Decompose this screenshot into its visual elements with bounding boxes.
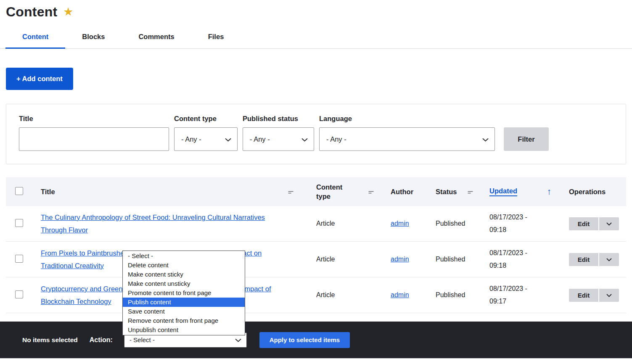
sort-ascending-icon[interactable]: ↑ [547,187,552,197]
content-type-filter-label: Content type [174,115,238,123]
tab-content[interactable]: Content [5,26,65,49]
tab-comments[interactable]: Comments [122,26,191,49]
header-status[interactable]: Status [436,188,457,196]
updated-cell: 08/17/2023 - 09:18 [489,211,544,236]
chevron-down-icon [482,135,489,143]
chevron-down-icon [225,135,231,143]
table-header-row: Title Content type Author Status Updated… [6,177,626,206]
title-filter-input[interactable] [19,127,169,151]
header-updated-sorted[interactable]: Updated [489,187,517,196]
language-select-value: - Any - [326,135,346,143]
header-content-type[interactable]: Content type [316,182,346,201]
edit-dropdown-toggle[interactable] [599,289,619,302]
edit-dropdown-toggle[interactable] [599,253,619,266]
content-type-cell: Article [316,256,335,263]
edit-button[interactable]: Edit [569,253,598,266]
tab-blocks[interactable]: Blocks [65,26,122,49]
header-author: Author [391,188,413,195]
apply-to-selected-button[interactable]: Apply to selected items [259,332,350,348]
dropdown-option-save-content[interactable]: Save content [123,307,245,316]
dropdown-option-promote-content[interactable]: Promote content to front page [123,288,245,298]
edit-dropdown-toggle[interactable] [599,217,619,230]
dropdown-option-publish-content[interactable]: Publish content [123,298,245,307]
dropdown-option-unpublish-content[interactable]: Unpublish content [123,325,245,335]
tab-files[interactable]: Files [191,26,241,49]
header-title[interactable]: Title [41,188,55,196]
language-filter-field: Language - Any - [319,115,495,151]
table-row: The Culinary Anthropology of Street Food… [6,206,626,242]
filter-panel: Title Content type - Any - Published sta… [6,104,626,164]
bottom-divider [0,358,632,359]
content-type-cell: Article [316,220,335,227]
chevron-down-icon [606,256,612,263]
published-status-filter-label: Published status [243,115,314,123]
chevron-down-icon [606,221,612,227]
dropdown-option-select[interactable]: - Select - [123,251,245,261]
primary-tabs: Content Blocks Comments Files [0,26,632,49]
sort-icon[interactable] [368,188,374,196]
table-row: From Pixels to Paintbrushes: The Digital… [6,242,626,277]
title-filter-field: Title [19,115,169,151]
content-type-cell: Article [316,291,335,298]
operations-group: Edit [569,289,626,302]
content-type-filter-field: Content type - Any - [174,115,238,151]
published-status-filter-field: Published status - Any - [243,115,314,151]
published-status-select[interactable]: - Any - [243,127,314,151]
content-table: Title Content type Author Status Updated… [6,177,626,313]
selection-status-text: No items selected [22,336,78,344]
language-filter-label: Language [319,115,495,123]
action-label: Action: [90,336,113,344]
filter-button[interactable]: Filter [504,127,549,151]
language-select[interactable]: - Any - [319,127,495,151]
edit-button[interactable]: Edit [569,289,598,302]
row-checkbox[interactable] [15,290,23,298]
operations-group: Edit [569,217,626,230]
dropdown-option-delete-content[interactable]: Delete content [123,261,245,270]
bulk-actions-bar: No items selected Action: - Select - App… [0,322,632,358]
operations-group: Edit [569,253,626,266]
sort-icon[interactable] [468,188,473,196]
dropdown-option-make-content-unsticky[interactable]: Make content unsticky [123,279,245,288]
dropdown-option-remove-content[interactable]: Remove content from front page [123,316,245,325]
bulk-action-open-listbox: - Select - Delete content Make content s… [122,251,245,335]
page-title: Content [6,4,57,20]
add-content-button[interactable]: + Add content [6,68,73,90]
author-link[interactable]: admin [391,220,409,227]
content-title-link[interactable]: The Culinary Anthropology of Street Food… [41,211,280,236]
bulk-action-select-value: - Select - [130,336,155,343]
updated-cell: 08/17/2023 - 09:18 [489,247,544,272]
row-checkbox[interactable] [15,255,23,263]
chevron-down-icon [235,336,241,343]
content-type-select[interactable]: - Any - [174,127,238,151]
updated-cell: 08/17/2023 - 09:17 [489,282,544,308]
status-cell: Published [436,220,465,227]
sort-icon[interactable] [288,188,294,196]
content-type-select-value: - Any - [181,135,201,143]
author-link[interactable]: admin [391,291,409,298]
header-operations: Operations [569,188,606,195]
page-header: Content ★ [0,0,632,20]
edit-button[interactable]: Edit [569,217,598,230]
title-filter-label: Title [19,115,169,123]
published-status-select-value: - Any - [250,135,270,143]
chevron-down-icon [606,292,612,298]
dropdown-option-make-content-sticky[interactable]: Make content sticky [123,270,245,279]
select-all-checkbox[interactable] [15,187,23,195]
table-row: Cryptocurrency and Green Energy: Examini… [6,277,626,313]
row-checkbox[interactable] [15,219,23,227]
author-link[interactable]: admin [391,256,409,263]
star-icon[interactable]: ★ [63,6,73,18]
chevron-down-icon [301,135,308,143]
status-cell: Published [436,256,465,263]
status-cell: Published [436,291,465,298]
